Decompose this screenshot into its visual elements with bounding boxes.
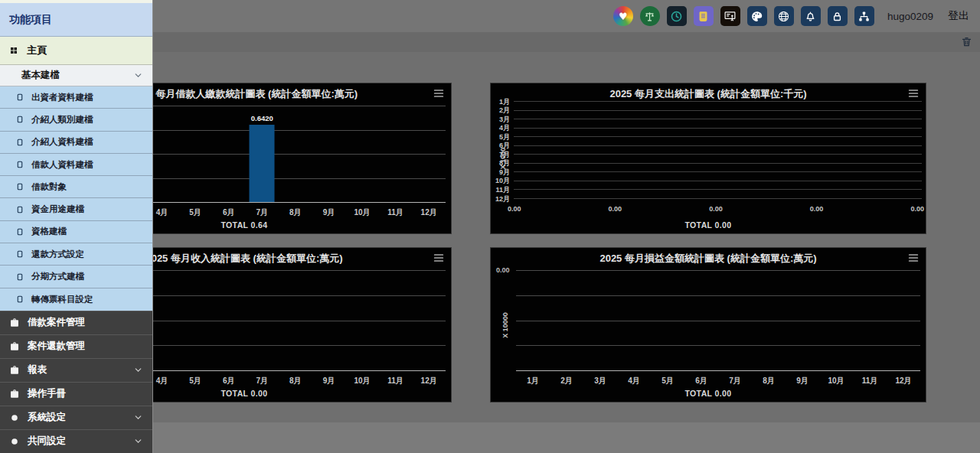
sidebar-item[interactable]: 資格建檔 [0,221,152,243]
y-axis-caption: X 10000 [501,312,509,338]
chart-menu-icon[interactable] [433,87,445,99]
sidebar-item[interactable]: 案件還款管理 [0,334,152,358]
chart-total-label: TOTAL 0.00 [491,220,926,230]
bar-slot [178,270,212,370]
y-axis-caption: X 1000 [499,148,507,170]
bar-slot [684,270,718,370]
balance-icon[interactable] [640,6,660,26]
x-axis-label: 8月 [752,376,786,386]
sidebar-item[interactable]: 分期方式建檔 [0,266,152,288]
sidebar-item-label: 操作手冊 [28,387,66,400]
chart-plot: 1月2月3月4月5月6月7月8月9月10月11月12月 [514,101,922,198]
sidebar-item[interactable]: 系統設定 [0,406,152,429]
sidebar-item[interactable]: 轉傳票科目設定 [0,288,152,311]
row-gridline: 2月 [514,110,922,111]
y-axis-label: 12月 [495,194,510,204]
row-gridline: 9月 [514,171,922,172]
sidebar-item[interactable]: 出資者資料建檔 [0,86,152,109]
sidebar-item-label: 介紹人類別建檔 [31,114,93,125]
x-axis-label: 11月 [379,376,413,386]
sidebar-item[interactable]: 借款人資料建檔 [0,154,152,176]
x-axis-label: 12月 [887,376,920,386]
sidebar-item-label: 介紹人資料建檔 [31,136,93,148]
bar-slot [853,270,887,370]
sidebar-item[interactable]: 還款方式設定 [0,243,152,266]
x-axis-label: 8月 [279,207,312,218]
sidebar-item[interactable]: 借款案件管理 [0,311,152,334]
briefcase-icon [9,389,20,399]
sitemap-icon[interactable] [854,6,874,26]
bar-slot [345,270,379,370]
sidebar-item[interactable]: 資金用途建檔 [0,198,152,220]
palette-icon[interactable] [747,6,767,26]
trash-icon[interactable] [961,36,973,48]
bar-slot [583,270,617,370]
sidebar-item-label: 案件還款管理 [28,340,85,353]
sidebar-item[interactable]: 介紹人類別建檔 [0,109,152,131]
chevron-down-icon [133,70,143,80]
x-axis-label: 12月 [412,376,446,386]
lock-icon[interactable] [828,6,848,26]
bar-value-label: 0.6420 [251,114,273,122]
bar-slot [379,270,413,370]
square-outline-icon [16,182,24,191]
x-axis-label: 9月 [312,207,346,218]
square-outline-icon [16,227,24,236]
sidebar-item[interactable]: 介紹人資料建檔 [0,132,152,154]
sidebar-item[interactable]: 共同設定 [0,429,152,453]
x-axis-label: 8月 [279,376,312,386]
x-axis-label: 6月 [684,376,718,386]
sidebar-item[interactable]: 借款對象 [0,176,152,198]
sidebar-item-label: 系統設定 [28,411,66,424]
chart-total-label: TOTAL 0.00 [491,389,926,398]
logout-button[interactable]: 登出 [948,9,969,23]
x-axis-label: 3月 [583,376,617,386]
row-gridline: 4月 [514,128,922,129]
scroll-icon[interactable] [694,6,714,26]
chart-panel-profit-loss: 2025 每月損益金額統計圖表 (統計金額單位:萬元)TOTAL 0.000.0… [490,247,926,402]
colorful-logo-icon[interactable]: ♥ [613,6,633,26]
clock-icon[interactable] [667,6,687,26]
sidebar-item[interactable]: 報表 [0,358,152,382]
bar-slot [412,270,446,370]
chevron-down-icon [133,412,143,422]
row-gridline: 11月 [514,189,922,190]
bar-slot [550,270,583,370]
x-axis-tick: 0.00 [810,205,824,213]
x-axis-label: 7月 [245,376,279,386]
sidebar-item-label: 分期方式建檔 [31,271,84,282]
presentation-icon[interactable] [720,6,740,26]
briefcase-icon [9,365,20,376]
x-axis-label: 2月 [550,376,583,386]
sidebar-item[interactable]: 操作手冊 [0,382,152,406]
bars-layer [516,270,920,370]
x-axis-label: 11月 [379,207,413,218]
row-gridline: 10月 [514,181,922,181]
sidebar-item-label: 轉傳票科目設定 [31,294,93,305]
chart-menu-icon[interactable] [907,87,920,99]
x-axis-label: 1月 [516,376,550,386]
chart-menu-icon[interactable] [907,252,920,264]
sidebar-main-menu: 借款案件管理案件還款管理報表操作手冊系統設定共同設定 [0,311,152,453]
bar-slot [819,270,853,370]
bar-slot [345,106,379,202]
sidebar-group-basic-setup[interactable]: 基本建檔 [0,65,152,86]
globe-icon[interactable] [774,6,794,26]
sidebar-item-label: 借款對象 [31,181,67,193]
bar-slot [245,270,279,370]
sidebar-submenu: 出資者資料建檔介紹人類別建檔介紹人資料建檔借款人資料建檔借款對象資金用途建檔資格… [0,86,152,311]
bar-slot [887,270,920,370]
sidebar-item-home[interactable]: 主頁 [0,37,152,65]
x-axis-label: 12月 [412,207,446,218]
square-outline-icon [16,272,24,282]
bar-slot [651,270,684,370]
sidebar-item-label: 出資者資料建檔 [31,92,93,103]
briefcase-icon [9,341,20,352]
gridline [516,370,920,371]
bell-icon[interactable] [801,6,821,26]
bar-slot [312,106,346,202]
bar-slot [212,270,246,370]
chart-panel-expenses: 2025 每月支出統計圖表 (統計金額單位:千元)TOTAL 0.001月2月3… [490,83,926,234]
chart-menu-icon[interactable] [433,252,445,264]
topbar-icons: ♥ [613,6,874,26]
